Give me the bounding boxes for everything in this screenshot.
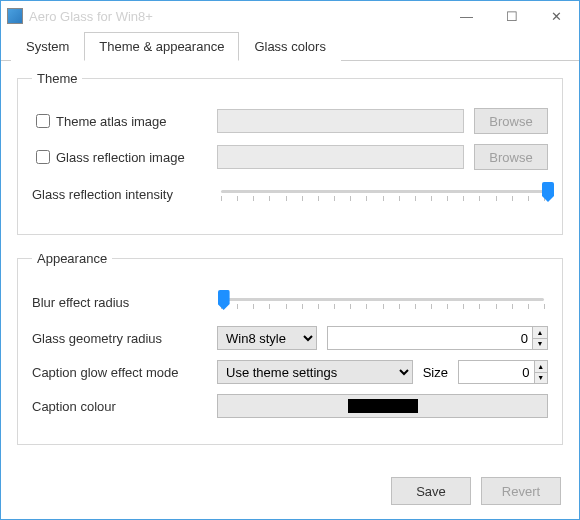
- footer-buttons: Save Revert: [391, 477, 561, 505]
- colour-swatch: [348, 399, 418, 413]
- close-icon: ✕: [551, 9, 562, 24]
- revert-button[interactable]: Revert: [481, 477, 561, 505]
- reflection-path-input[interactable]: [217, 145, 464, 169]
- geometry-style-select[interactable]: Win8 style: [217, 326, 317, 350]
- geometry-radius-stepper[interactable]: ▲ ▼: [327, 326, 548, 350]
- reflection-intensity-slider[interactable]: [217, 180, 548, 208]
- tab-glass-colors[interactable]: Glass colors: [239, 32, 341, 61]
- appearance-legend: Appearance: [32, 251, 112, 266]
- caption-colour-label: Caption colour: [32, 399, 207, 414]
- glow-mode-select[interactable]: Use theme settings: [217, 360, 413, 384]
- reflection-image-row: Glass reflection image Browse: [32, 144, 548, 170]
- appearance-group: Appearance Blur effect radius Glass geom…: [17, 251, 563, 445]
- blur-radius-slider[interactable]: [217, 288, 548, 316]
- maximize-button[interactable]: ☐: [489, 1, 534, 31]
- spin-buttons: ▲ ▼: [534, 361, 547, 383]
- titlebar[interactable]: Aero Glass for Win8+ — ☐ ✕: [1, 1, 579, 31]
- slider-track: [221, 298, 544, 301]
- spin-buttons: ▲ ▼: [532, 327, 547, 349]
- reflection-browse-button[interactable]: Browse: [474, 144, 548, 170]
- geometry-radius-input[interactable]: [328, 327, 532, 349]
- theme-atlas-checkbox[interactable]: [36, 114, 50, 128]
- theme-atlas-path-input[interactable]: [217, 109, 464, 133]
- theme-group: Theme Theme atlas image Browse Glass ref…: [17, 71, 563, 235]
- theme-legend: Theme: [32, 71, 82, 86]
- blur-radius-label: Blur effect radius: [32, 295, 207, 310]
- slider-track: [221, 190, 544, 193]
- blur-radius-row: Blur effect radius: [32, 288, 548, 316]
- spin-down-icon[interactable]: ▼: [533, 339, 547, 350]
- glow-mode-label: Caption glow effect mode: [32, 365, 207, 380]
- spin-up-icon[interactable]: ▲: [535, 361, 547, 373]
- app-window: Aero Glass for Win8+ — ☐ ✕ System Theme …: [0, 0, 580, 520]
- close-button[interactable]: ✕: [534, 1, 579, 31]
- glow-mode-row: Caption glow effect mode Use theme setti…: [32, 360, 548, 384]
- spin-down-icon[interactable]: ▼: [535, 373, 547, 384]
- tab-content: Theme Theme atlas image Browse Glass ref…: [1, 61, 579, 473]
- window-title: Aero Glass for Win8+: [29, 9, 444, 24]
- reflection-checkbox-label[interactable]: Glass reflection image: [32, 147, 207, 167]
- slider-ticks: [221, 196, 544, 202]
- slider-ticks: [221, 304, 544, 310]
- glow-size-input[interactable]: [459, 361, 534, 383]
- window-buttons: — ☐ ✕: [444, 1, 579, 31]
- caption-colour-row: Caption colour: [32, 394, 548, 418]
- geometry-radius-row: Glass geometry radius Win8 style ▲ ▼: [32, 326, 548, 350]
- tab-bar: System Theme & appearance Glass colors: [1, 31, 579, 61]
- glow-size-stepper[interactable]: ▲ ▼: [458, 360, 548, 384]
- minimize-icon: —: [460, 9, 473, 24]
- tab-theme-appearance[interactable]: Theme & appearance: [84, 32, 239, 61]
- minimize-button[interactable]: —: [444, 1, 489, 31]
- reflection-intensity-row: Glass reflection intensity: [32, 180, 548, 208]
- geometry-radius-label: Glass geometry radius: [32, 331, 207, 346]
- glow-size-label: Size: [423, 365, 448, 380]
- theme-atlas-text: Theme atlas image: [56, 114, 167, 129]
- app-icon: [7, 8, 23, 24]
- theme-atlas-checkbox-label[interactable]: Theme atlas image: [32, 111, 207, 131]
- maximize-icon: ☐: [506, 9, 518, 24]
- theme-atlas-row: Theme atlas image Browse: [32, 108, 548, 134]
- tab-system[interactable]: System: [11, 32, 84, 61]
- reflection-checkbox[interactable]: [36, 150, 50, 164]
- theme-atlas-browse-button[interactable]: Browse: [474, 108, 548, 134]
- spin-up-icon[interactable]: ▲: [533, 327, 547, 339]
- reflection-intensity-label: Glass reflection intensity: [32, 187, 207, 202]
- caption-colour-picker[interactable]: [217, 394, 548, 418]
- reflection-text: Glass reflection image: [56, 150, 185, 165]
- save-button[interactable]: Save: [391, 477, 471, 505]
